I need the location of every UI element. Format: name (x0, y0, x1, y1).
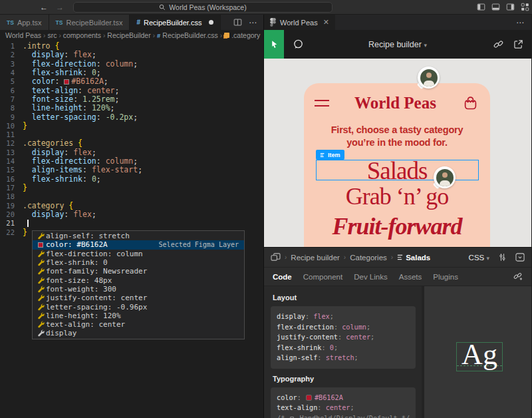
code-token: } (23, 228, 27, 237)
code-token: ; (334, 344, 338, 351)
code-token: justify-content (277, 333, 338, 341)
inspector-tab-code[interactable]: Code (273, 273, 292, 281)
shopping-bag-icon[interactable] (462, 93, 479, 112)
suggest-item[interactable]: font-weight: 300 (33, 285, 244, 294)
tab-recipebuilder-css[interactable]: # RecipeBuilder.css (130, 15, 221, 30)
line-content: color: #B6162A; (23, 77, 108, 86)
hamburger-menu-icon[interactable] (315, 100, 329, 106)
category-grab-n-go[interactable]: Grab ‘n’ go (304, 184, 490, 208)
toggle-secondary-sidebar-icon[interactable] (506, 3, 515, 11)
layers-icon[interactable] (271, 253, 281, 262)
code-token: display (32, 50, 64, 59)
inspector-tab-component[interactable]: Component (303, 273, 342, 281)
figma-panel: World Peas ✕ ⋯ Recipe builder ▾ (264, 15, 531, 418)
section-title: Layout (273, 294, 422, 302)
inspector-panel: ›Recipe builder›Categories›Salads CSS ▾ … (264, 247, 531, 418)
suggest-item[interactable]: letter-spacing: -0.96px (33, 302, 244, 311)
code-token: flex-shrink (277, 344, 321, 351)
category-fruit-forward[interactable]: Fruit-forward (304, 214, 490, 238)
suggest-item[interactable]: font-size: 48px (33, 276, 244, 284)
inspector-breadcrumb-item[interactable]: Recipe builder (291, 254, 340, 262)
breadcrumb-separator: › (43, 32, 45, 39)
line-number: 2 (0, 51, 23, 59)
line-number: 19 (0, 202, 23, 210)
forward-arrow-icon[interactable]: → (56, 3, 64, 12)
inspector-tab-assets[interactable]: Assets (399, 273, 422, 281)
css-code-block[interactable]: display: flex;flex-direction: column;jus… (271, 306, 416, 369)
suggest-item[interactable]: text-align: center (33, 320, 244, 329)
toggle-sidebar-icon[interactable] (477, 3, 485, 11)
copy-link-icon[interactable] (493, 39, 503, 49)
line-content: .category { (23, 202, 73, 210)
code-line: 11 (0, 130, 263, 139)
code-token: letter-spacing (32, 112, 96, 122)
code-line: 20 display: flex; (0, 210, 263, 219)
css-code-block[interactable]: color: #B6162Atext-align: center;/* Hand… (271, 387, 416, 418)
suggest-item[interactable]: color: #B6162ASelected Figma Layer (33, 240, 244, 249)
split-editor-icon[interactable] (233, 18, 242, 27)
breadcrumb-item[interactable]: World Peas (5, 31, 41, 39)
code-editor[interactable]: 1.intro {2 display: flex;3 flex-directio… (0, 41, 263, 418)
suggest-item[interactable]: font-family: Newsreader (33, 267, 244, 276)
code-line: 18 (0, 192, 263, 201)
code-token: ; (370, 333, 374, 341)
suggest-item[interactable]: line-height: 120% (33, 312, 244, 320)
code-line: 21 (0, 219, 263, 228)
format-select[interactable]: CSS ▾ (469, 254, 489, 262)
line-content: font-size: 1.25rem; (23, 95, 119, 104)
inspector-tab-dev-links[interactable]: Dev Links (354, 273, 388, 281)
back-arrow-icon[interactable]: ← (40, 3, 48, 12)
tab-app-tsx[interactable]: TS App.tsx (0, 15, 49, 30)
settings-sliders-icon[interactable] (498, 253, 507, 262)
suggest-item[interactable]: display (33, 329, 244, 337)
breadcrumb[interactable]: World Peas›src›components›RecipeBuilder›… (0, 30, 263, 41)
add-dev-link-icon[interactable] (513, 272, 523, 282)
inspector-breadcrumb-item[interactable]: Categories (350, 254, 387, 262)
suggest-item[interactable]: flex-shrink: 0 (33, 258, 244, 267)
tab-recipebuilder-tsx[interactable]: TS RecipeBuilder.tsx (49, 15, 130, 30)
typescript-file-icon: TS (7, 19, 14, 26)
code-line: 7 font-size: 1.25rem; (0, 95, 263, 104)
breadcrumb-item[interactable]: .category (224, 31, 260, 39)
breadcrumb-item[interactable]: components (63, 31, 101, 39)
code-token: ; (366, 323, 370, 331)
inspector-tab-plugins[interactable]: Plugins (433, 273, 458, 281)
open-external-icon[interactable] (513, 39, 523, 49)
code-token: ; (115, 86, 120, 95)
line-number: 10 (0, 122, 23, 130)
code-token: display (32, 210, 64, 219)
suggest-item[interactable]: flex-direction: column (33, 250, 244, 258)
property-suggestion-icon (35, 268, 46, 275)
code-token: ; (92, 148, 96, 157)
close-icon[interactable]: ✕ (323, 18, 329, 27)
collapse-panel-icon[interactable] (515, 253, 525, 262)
code-token (23, 103, 32, 112)
tab-world-peas-plugin[interactable]: World Peas ✕ (264, 15, 335, 30)
code-inspector-column[interactable]: Layoutdisplay: flex;flex-direction: colu… (264, 286, 422, 418)
breadcrumb-item[interactable]: src (47, 31, 57, 39)
panel-more-icon[interactable]: ⋯ (516, 18, 531, 27)
code-token: .category (23, 201, 64, 210)
category-salads[interactable]: Salads (304, 158, 490, 183)
command-center-search[interactable]: World Peas (Workspace) (73, 2, 332, 13)
inspector-code-line: justify-content: center; (277, 332, 410, 343)
design-canvas[interactable]: World Peas First, choose a tasty categor… (264, 59, 531, 247)
code-line: 5 color: #B6162A; (0, 77, 263, 86)
more-actions-icon[interactable]: ⋯ (249, 18, 257, 27)
inspector-breadcrumb-item[interactable]: Salads (397, 254, 430, 262)
suggest-item[interactable]: align-self: stretch (33, 232, 244, 240)
breadcrumb-item[interactable]: RecipeBuilder (107, 31, 150, 39)
inspector-tabs: CodeComponentDev LinksAssetsPlugins (264, 268, 531, 286)
figma-toolbar: Recipe builder ▾ (264, 30, 531, 59)
code-token: : (96, 156, 106, 166)
suggest-label: flex-shrink: 0 (46, 258, 108, 267)
toggle-panel-icon[interactable] (491, 3, 500, 11)
code-token: .categories (23, 138, 73, 148)
suggest-item[interactable]: justify-content: center (33, 294, 244, 302)
breadcrumb-item[interactable]: #RecipeBuilder.css (157, 31, 218, 39)
frame-title[interactable]: Recipe builder ▾ (264, 40, 531, 49)
line-number: 15 (0, 166, 23, 174)
customize-layout-icon[interactable] (521, 3, 529, 11)
mobile-frame[interactable]: World Peas First, choose a tasty categor… (304, 83, 490, 247)
frame-title-label: Recipe builder (368, 40, 422, 49)
